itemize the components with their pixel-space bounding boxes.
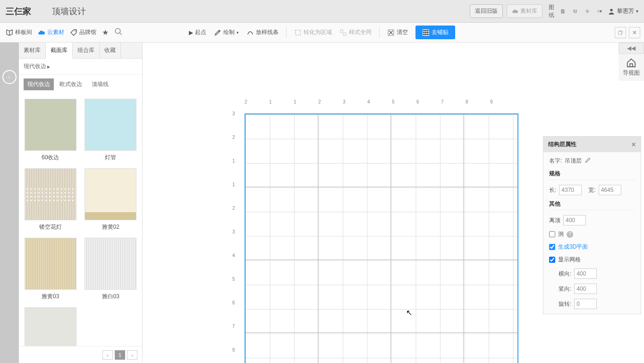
close-window-button[interactable]: ✕: [629, 27, 640, 38]
ruler-tick: 1: [269, 99, 272, 104]
back-button[interactable]: ←: [2, 70, 17, 84]
edit-name-button[interactable]: [585, 157, 591, 165]
material-lib-button[interactable]: 素材库: [507, 4, 542, 18]
subtab-topline[interactable]: 顶墙线: [88, 78, 112, 90]
back-old-button[interactable]: 返回旧版: [470, 4, 503, 18]
ruler-tick: 2: [318, 99, 321, 104]
panel-close-button[interactable]: ✕: [631, 141, 636, 148]
back-old-label: 返回旧版: [475, 7, 498, 15]
tab-section[interactable]: 截面库: [46, 43, 73, 59]
canvas[interactable]: 21123456789 32112345678 ↖ ◀◀ 导视图 结构层属性 ✕…: [143, 43, 644, 363]
tool-clear-label: 清空: [397, 28, 408, 36]
nav-cloud[interactable]: 云素材: [38, 28, 64, 36]
svg-point-5: [610, 9, 612, 11]
thumbnail: [25, 307, 76, 346]
user-menu[interactable]: 黎惠芳 ▾: [608, 7, 638, 15]
subtab-modern[interactable]: 现代收边: [24, 78, 54, 90]
rot-input[interactable]: [574, 299, 597, 309]
search-button[interactable]: [114, 27, 123, 38]
row-showgrid: 显示网格: [549, 256, 635, 264]
cloud-icon: [512, 8, 518, 15]
tool-spline[interactable]: 放样线条: [246, 28, 279, 36]
hx-input[interactable]: [574, 268, 597, 279]
tab-combo[interactable]: 组合库: [73, 43, 100, 58]
ruler-tick: 2: [245, 99, 247, 104]
ruler-tick: 8: [466, 99, 468, 104]
nav-template[interactable]: 样板间: [6, 28, 32, 36]
area-icon: [294, 29, 302, 36]
tool-to-area[interactable]: 转化为区域: [294, 28, 332, 36]
thumbnail-label: 雅黄02: [102, 223, 119, 231]
double-chevron-left-icon: ◀◀: [627, 45, 636, 52]
gallery-item[interactable]: 雅白03: [84, 238, 138, 301]
rot-label: 旋转:: [559, 300, 571, 308]
tool-clear[interactable]: 清空: [387, 28, 408, 36]
settings-button[interactable]: [583, 7, 592, 16]
offset-input[interactable]: [563, 215, 586, 225]
breadcrumb[interactable]: 现代收边▸: [19, 59, 142, 75]
nav-brand[interactable]: 品牌馆: [70, 28, 96, 36]
app-header: 三仨家 顶墙设计 返回旧版 素材库 图纸 ?▾ 黎惠芳 ▾: [0, 0, 644, 23]
clear-icon: [387, 29, 395, 36]
design-grid[interactable]: [245, 113, 518, 363]
help-icon[interactable]: ?: [567, 231, 573, 238]
subtab-euro[interactable]: 欧式收边: [56, 78, 86, 90]
ruler-tick: 3: [343, 99, 346, 104]
section-spec: 规格: [549, 170, 635, 180]
page-current[interactable]: 1: [115, 350, 125, 360]
ruler-tick: 9: [490, 99, 493, 104]
page-prev[interactable]: ‹: [102, 350, 113, 360]
restore-window-button[interactable]: [615, 27, 626, 38]
showgrid-checkbox[interactable]: [549, 257, 555, 263]
width-input[interactable]: [599, 185, 621, 195]
svg-rect-9: [340, 30, 343, 32]
help-button[interactable]: ?▾: [595, 7, 604, 16]
gallery-item[interactable]: [24, 307, 77, 346]
tool-start[interactable]: ▶起点: [189, 28, 206, 36]
ruler-tick: 2: [232, 206, 235, 211]
showgrid-label: 显示网格: [558, 256, 581, 264]
gallery-item[interactable]: 60收边: [24, 99, 77, 162]
vx-label: 竖向:: [559, 285, 571, 293]
tool-same-style[interactable]: 样式全同: [339, 28, 372, 36]
ruler-tick: 4: [232, 253, 235, 258]
nav-view-button[interactable]: 导视图: [619, 54, 644, 81]
gen3d-checkbox[interactable]: [549, 244, 555, 250]
drawing-button[interactable]: 图纸: [546, 7, 555, 16]
tab-material[interactable]: 素材库: [19, 43, 46, 58]
secondary-nav: 样板间 云素材 品牌馆 ★ ▶起点 绘制▾ 放样线条 转化为区域 样式全同 清空…: [0, 23, 644, 43]
gallery-item[interactable]: 雅黄02: [84, 168, 138, 231]
hole-checkbox[interactable]: [549, 231, 555, 237]
svg-point-7: [115, 28, 120, 34]
hole-label: 洞: [558, 230, 564, 238]
tool-go-tile[interactable]: 去铺贴: [415, 26, 455, 39]
divider: [286, 27, 287, 38]
play-icon: ▶: [189, 29, 193, 36]
home-icon: [626, 58, 636, 68]
favorite-button[interactable]: ★: [102, 28, 109, 37]
gallery-item[interactable]: 灯管: [84, 99, 138, 162]
thumbnail: [25, 99, 76, 151]
gallery-item[interactable]: 雅黄03: [24, 238, 77, 301]
properties-panel: 结构层属性 ✕ 名字: 吊顶层 规格 长: 宽: 其他: [543, 136, 641, 314]
save-icon: [560, 8, 565, 15]
gallery: 60收边灯管镂空花灯雅黄02雅黄03雅白03: [19, 94, 142, 346]
chevron-down-icon: ▾: [237, 30, 239, 35]
tab-fav[interactable]: 收藏: [100, 43, 121, 58]
thumbnail: [85, 238, 136, 290]
logo-area: 三仨家 顶墙设计: [6, 5, 86, 18]
tool-draw[interactable]: 绘制▾: [214, 28, 239, 36]
tool-to-area-label: 转化为区域: [304, 28, 332, 36]
save-button[interactable]: [559, 7, 567, 16]
spline-icon: [246, 29, 254, 36]
length-input[interactable]: [559, 185, 582, 195]
nav-template-label: 样板间: [15, 28, 32, 36]
rail-collapse-button[interactable]: ◀◀: [619, 43, 644, 54]
ruler-tick: 8: [232, 347, 235, 353]
gallery-item[interactable]: 镂空花灯: [24, 168, 77, 231]
ruler-tick: 6: [232, 300, 235, 305]
cart-button[interactable]: [571, 7, 579, 16]
same-style-icon: [339, 29, 347, 36]
page-next[interactable]: ›: [127, 350, 137, 360]
vx-input[interactable]: [574, 284, 597, 294]
